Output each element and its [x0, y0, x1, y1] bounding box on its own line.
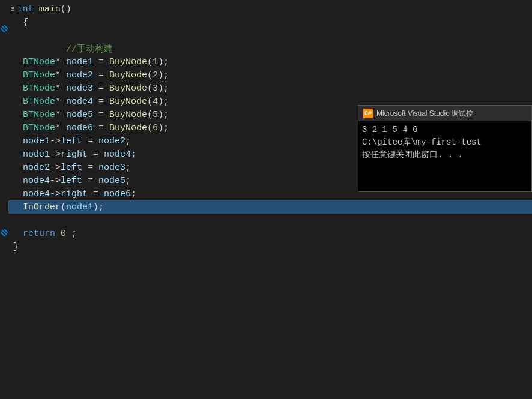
console-window: C# Microsoft Visual Studio 调试控 3 2 1 5 4… — [358, 105, 532, 192]
console-title: Microsoft Visual Studio 调试控 — [376, 109, 473, 119]
code-line-brace-open: { — [8, 16, 532, 29]
console-titlebar: C# Microsoft Visual Studio 调试控 — [358, 106, 531, 121]
code-line-brace-close: } — [8, 240, 532, 253]
bp-marker-2 — [1, 229, 8, 236]
code-line-comment: //手动构建 — [8, 42, 532, 55]
editor-wrapper: ⊟int main() { //手动构建 BTNode* node1 = Buy… — [0, 0, 532, 399]
code-line-empty1 — [8, 29, 532, 42]
bp-marker-1 — [1, 25, 8, 32]
comment-text: //手动构建 — [11, 43, 113, 55]
code-line-inorder: InOrder(node1); — [8, 200, 532, 214]
console-line-1: 3 2 1 5 4 6 — [362, 124, 528, 136]
type-BTNode: BTNode — [23, 57, 55, 67]
console-body: 3 2 1 5 4 6 C:\gitee库\my-first-test 按任意键… — [358, 121, 531, 191]
code-line-return: return 0 ; — [8, 227, 532, 240]
console-line-3: 按任意键关闭此窗口. . . — [362, 149, 528, 161]
fold-icon: ⊟ — [11, 5, 15, 13]
code-line-main: ⊟int main() — [8, 2, 532, 16]
code-editor: ⊟int main() { //手动构建 BTNode* node1 = Buy… — [8, 0, 532, 399]
console-line-2: C:\gitee库\my-first-test — [362, 136, 528, 149]
code-line-node1: BTNode* node1 = BuyNode(1); — [8, 55, 532, 68]
console-icon-text: C# — [364, 110, 372, 117]
func-buynode: BuyNode — [109, 57, 147, 67]
func-inorder: InOrder — [23, 202, 61, 212]
code-line-empty2 — [8, 214, 532, 227]
code-line-node3: BTNode* node3 = BuyNode(3); — [8, 82, 532, 95]
left-gutter — [0, 0, 8, 399]
keyword-return: return — [23, 229, 55, 239]
code-line-node2: BTNode* node2 = BuyNode(2); — [8, 68, 532, 82]
console-app-icon: C# — [363, 109, 373, 118]
var-node1: node1 — [66, 57, 93, 67]
keyword-int: int — [17, 4, 34, 14]
func-main: main — [39, 4, 61, 14]
